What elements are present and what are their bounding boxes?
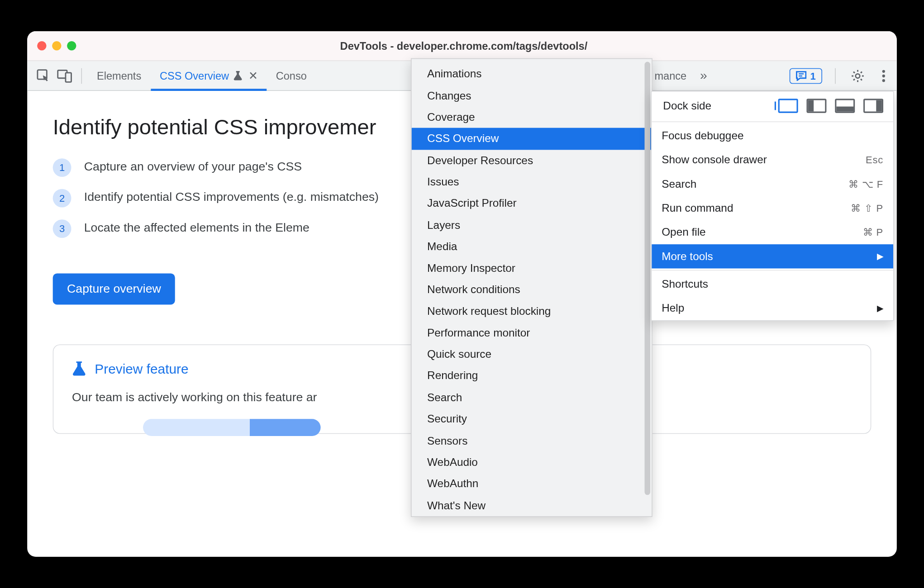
menu-item-search[interactable]: Search⌘ ⌥ F (652, 172, 893, 196)
submenu-item-performance-monitor[interactable]: Performance monitor (412, 322, 652, 344)
titlebar: DevTools - developer.chrome.com/tags/dev… (27, 31, 897, 61)
shortcut-text: ⌘ ⇧ P (851, 202, 883, 213)
toolbar-divider (835, 68, 836, 84)
menu-label: Show console drawer (662, 153, 767, 166)
svg-point-7 (882, 74, 885, 77)
chevron-right-icon: ▶ (877, 251, 883, 261)
step-text: Locate the affected elements in the Elem… (84, 219, 310, 238)
window-title: DevTools - developer.chrome.com/tags/dev… (41, 40, 887, 52)
tab-strip: Elements CSS Overview ✕ Conso (88, 61, 316, 90)
chevron-right-icon: ▶ (877, 303, 883, 313)
submenu-item-css-overview[interactable]: CSS Overview (412, 128, 652, 150)
submenu-item-issues[interactable]: Issues (412, 171, 652, 193)
dock-left-icon[interactable] (806, 99, 826, 113)
submenu-item-changes[interactable]: Changes (412, 85, 652, 106)
step-text: Capture an overview of your page's CSS (84, 158, 302, 177)
dock-bottom-icon[interactable] (835, 99, 855, 113)
gear-icon[interactable] (848, 69, 867, 83)
submenu-item-quick-source[interactable]: Quick source (412, 344, 652, 365)
dock-options (778, 99, 883, 113)
submenu-item-animations[interactable]: Animations (412, 63, 652, 85)
menu-item-open-file[interactable]: Open file⌘ P (652, 220, 893, 244)
submenu-item-search[interactable]: Search (412, 387, 652, 408)
tab-label: CSS Overview (160, 70, 229, 82)
toolbar-divider (81, 68, 82, 84)
menu-label: Focus debuggee (662, 129, 743, 142)
tab-label: Elements (97, 70, 141, 82)
submenu-item-sensors[interactable]: Sensors (412, 430, 652, 451)
shortcut-text: Esc (866, 154, 883, 166)
svg-point-6 (882, 70, 885, 72)
submenu-item-developer-resources[interactable]: Developer Resources (412, 150, 652, 171)
tab-console[interactable]: Conso (267, 61, 316, 90)
chat-icon (796, 71, 807, 81)
svg-point-5 (856, 74, 860, 78)
toolbar-right: 1 (790, 68, 892, 84)
step-number: 2 (53, 189, 71, 208)
submenu-item-what-s-new[interactable]: What's New (412, 495, 652, 517)
flask-icon (72, 361, 86, 378)
close-icon[interactable]: ✕ (248, 69, 257, 82)
menu-label: Run command (662, 202, 733, 214)
submenu-item-javascript-profiler[interactable]: JavaScript Profiler (412, 193, 652, 214)
submenu-item-rendering[interactable]: Rendering (412, 365, 652, 387)
dock-side-row: Dock side (652, 92, 893, 120)
shortcut-text: ⌘ P (863, 227, 883, 238)
kebab-icon[interactable] (874, 69, 893, 82)
menu-separator (652, 121, 893, 122)
body-text: Our team is actively working on this fea… (72, 391, 317, 404)
tab-elements[interactable]: Elements (88, 61, 151, 90)
menu-item-run-command[interactable]: Run command⌘ ⇧ P (652, 196, 893, 220)
submenu-item-memory-inspector[interactable]: Memory Inspector (412, 257, 652, 279)
shortcut-text: ⌘ ⌥ F (848, 178, 883, 190)
devtools-window: DevTools - developer.chrome.com/tags/dev… (27, 31, 897, 557)
progress-pill (143, 419, 321, 436)
tab-label: mance (654, 70, 686, 82)
svg-rect-2 (66, 72, 71, 81)
settings-menu: Dock side Focus debuggeeShow console dra… (651, 91, 894, 321)
submenu-item-network-conditions[interactable]: Network conditions (412, 279, 652, 301)
submenu-item-media[interactable]: Media (412, 236, 652, 257)
submenu-item-network-request-blocking[interactable]: Network request blocking (412, 300, 652, 322)
menu-item-help[interactable]: Help▶ (652, 296, 893, 320)
overflow-tabs-icon[interactable]: » (696, 68, 712, 83)
tab-performance[interactable]: mance (645, 61, 696, 90)
inspect-icon[interactable] (33, 65, 54, 86)
device-toggle-icon[interactable] (54, 65, 76, 86)
menu-item-focus-debuggee[interactable]: Focus debuggee (652, 123, 893, 147)
dock-undock-icon[interactable] (778, 99, 798, 113)
menu-label: Open file (662, 226, 705, 238)
step-number: 3 (53, 219, 71, 238)
card-title: Preview feature (95, 361, 188, 377)
issues-badge[interactable]: 1 (790, 68, 822, 84)
submenu-item-coverage[interactable]: Coverage (412, 106, 652, 128)
dock-label: Dock side (663, 100, 711, 112)
issue-count: 1 (810, 70, 816, 81)
step-text: Identify potential CSS improvements (e.g… (84, 188, 379, 207)
submenu-item-layers[interactable]: Layers (412, 214, 652, 236)
menu-separator (652, 270, 893, 271)
menu-item-shortcuts[interactable]: Shortcuts (652, 272, 893, 296)
menu-label: Help (662, 302, 684, 314)
tab-label: Conso (276, 70, 307, 82)
flask-icon (233, 70, 243, 81)
menu-label: Shortcuts (662, 278, 708, 290)
menu-item-more-tools[interactable]: More tools▶ (652, 244, 893, 268)
submenu-item-security[interactable]: Security (412, 408, 652, 430)
more-tools-submenu: AnimationsChangesCoverageCSS OverviewDev… (411, 58, 653, 517)
svg-point-8 (882, 79, 885, 81)
dock-right-icon[interactable] (863, 99, 883, 113)
submenu-item-webauthn[interactable]: WebAuthn (412, 473, 652, 495)
menu-item-show-console-drawer[interactable]: Show console drawerEsc (652, 148, 893, 172)
scrollbar[interactable] (644, 62, 650, 495)
menu-label: More tools (662, 250, 713, 263)
step-number: 1 (53, 158, 71, 177)
capture-overview-button[interactable]: Capture overview (53, 273, 175, 304)
menu-label: Search (662, 178, 696, 190)
tab-css-overview[interactable]: CSS Overview ✕ (151, 61, 267, 90)
submenu-item-webaudio[interactable]: WebAudio (412, 451, 652, 473)
